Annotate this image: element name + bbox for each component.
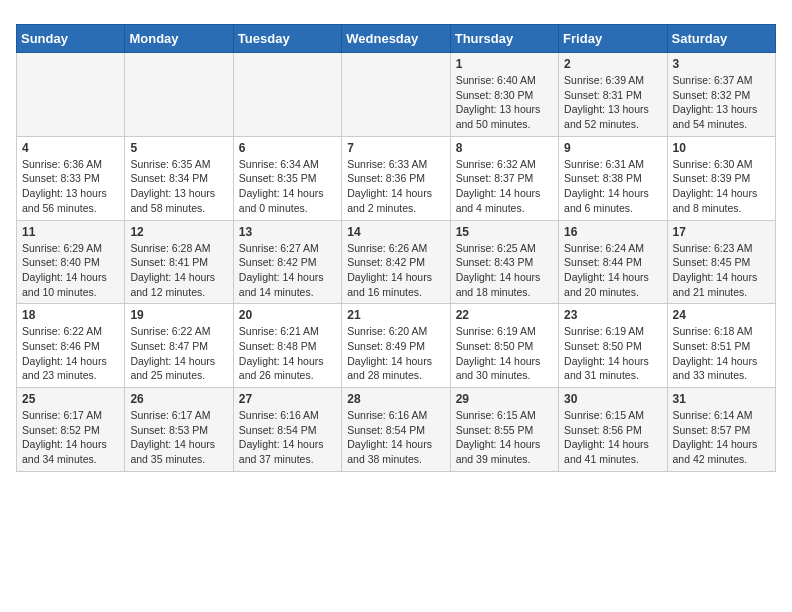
day-number: 13 (239, 225, 336, 239)
calendar-cell (233, 53, 341, 137)
day-number: 24 (673, 308, 770, 322)
header-thursday: Thursday (450, 25, 558, 53)
day-number: 21 (347, 308, 444, 322)
day-number: 16 (564, 225, 661, 239)
day-number: 8 (456, 141, 553, 155)
day-number: 26 (130, 392, 227, 406)
day-number: 12 (130, 225, 227, 239)
calendar-cell: 23Sunrise: 6:19 AM Sunset: 8:50 PM Dayli… (559, 304, 667, 388)
day-number: 14 (347, 225, 444, 239)
header-tuesday: Tuesday (233, 25, 341, 53)
calendar-cell: 21Sunrise: 6:20 AM Sunset: 8:49 PM Dayli… (342, 304, 450, 388)
calendar-cell: 14Sunrise: 6:26 AM Sunset: 8:42 PM Dayli… (342, 220, 450, 304)
day-info: Sunrise: 6:21 AM Sunset: 8:48 PM Dayligh… (239, 324, 336, 383)
calendar-week-3: 11Sunrise: 6:29 AM Sunset: 8:40 PM Dayli… (17, 220, 776, 304)
day-info: Sunrise: 6:30 AM Sunset: 8:39 PM Dayligh… (673, 157, 770, 216)
day-number: 11 (22, 225, 119, 239)
calendar-cell: 5Sunrise: 6:35 AM Sunset: 8:34 PM Daylig… (125, 136, 233, 220)
day-info: Sunrise: 6:23 AM Sunset: 8:45 PM Dayligh… (673, 241, 770, 300)
day-number: 17 (673, 225, 770, 239)
calendar-cell: 29Sunrise: 6:15 AM Sunset: 8:55 PM Dayli… (450, 388, 558, 472)
day-info: Sunrise: 6:32 AM Sunset: 8:37 PM Dayligh… (456, 157, 553, 216)
day-number: 29 (456, 392, 553, 406)
calendar-cell (17, 53, 125, 137)
calendar-header-row: SundayMondayTuesdayWednesdayThursdayFrid… (17, 25, 776, 53)
day-info: Sunrise: 6:25 AM Sunset: 8:43 PM Dayligh… (456, 241, 553, 300)
day-info: Sunrise: 6:18 AM Sunset: 8:51 PM Dayligh… (673, 324, 770, 383)
header-wednesday: Wednesday (342, 25, 450, 53)
calendar-cell: 18Sunrise: 6:22 AM Sunset: 8:46 PM Dayli… (17, 304, 125, 388)
calendar-cell: 31Sunrise: 6:14 AM Sunset: 8:57 PM Dayli… (667, 388, 775, 472)
header-saturday: Saturday (667, 25, 775, 53)
day-info: Sunrise: 6:37 AM Sunset: 8:32 PM Dayligh… (673, 73, 770, 132)
calendar-cell: 30Sunrise: 6:15 AM Sunset: 8:56 PM Dayli… (559, 388, 667, 472)
calendar-cell: 28Sunrise: 6:16 AM Sunset: 8:54 PM Dayli… (342, 388, 450, 472)
calendar-cell: 1Sunrise: 6:40 AM Sunset: 8:30 PM Daylig… (450, 53, 558, 137)
day-number: 9 (564, 141, 661, 155)
day-number: 23 (564, 308, 661, 322)
calendar-cell (342, 53, 450, 137)
day-info: Sunrise: 6:17 AM Sunset: 8:53 PM Dayligh… (130, 408, 227, 467)
day-info: Sunrise: 6:33 AM Sunset: 8:36 PM Dayligh… (347, 157, 444, 216)
day-info: Sunrise: 6:22 AM Sunset: 8:47 PM Dayligh… (130, 324, 227, 383)
day-info: Sunrise: 6:24 AM Sunset: 8:44 PM Dayligh… (564, 241, 661, 300)
calendar-cell: 12Sunrise: 6:28 AM Sunset: 8:41 PM Dayli… (125, 220, 233, 304)
day-number: 28 (347, 392, 444, 406)
header-friday: Friday (559, 25, 667, 53)
day-info: Sunrise: 6:16 AM Sunset: 8:54 PM Dayligh… (347, 408, 444, 467)
calendar-cell: 4Sunrise: 6:36 AM Sunset: 8:33 PM Daylig… (17, 136, 125, 220)
day-number: 31 (673, 392, 770, 406)
calendar-cell: 6Sunrise: 6:34 AM Sunset: 8:35 PM Daylig… (233, 136, 341, 220)
calendar-cell: 13Sunrise: 6:27 AM Sunset: 8:42 PM Dayli… (233, 220, 341, 304)
day-info: Sunrise: 6:35 AM Sunset: 8:34 PM Dayligh… (130, 157, 227, 216)
calendar-week-2: 4Sunrise: 6:36 AM Sunset: 8:33 PM Daylig… (17, 136, 776, 220)
calendar-cell: 15Sunrise: 6:25 AM Sunset: 8:43 PM Dayli… (450, 220, 558, 304)
day-info: Sunrise: 6:34 AM Sunset: 8:35 PM Dayligh… (239, 157, 336, 216)
day-info: Sunrise: 6:19 AM Sunset: 8:50 PM Dayligh… (564, 324, 661, 383)
calendar-cell: 27Sunrise: 6:16 AM Sunset: 8:54 PM Dayli… (233, 388, 341, 472)
day-info: Sunrise: 6:26 AM Sunset: 8:42 PM Dayligh… (347, 241, 444, 300)
calendar-week-5: 25Sunrise: 6:17 AM Sunset: 8:52 PM Dayli… (17, 388, 776, 472)
day-info: Sunrise: 6:39 AM Sunset: 8:31 PM Dayligh… (564, 73, 661, 132)
calendar-cell: 19Sunrise: 6:22 AM Sunset: 8:47 PM Dayli… (125, 304, 233, 388)
calendar-cell: 7Sunrise: 6:33 AM Sunset: 8:36 PM Daylig… (342, 136, 450, 220)
calendar-cell: 3Sunrise: 6:37 AM Sunset: 8:32 PM Daylig… (667, 53, 775, 137)
day-number: 2 (564, 57, 661, 71)
calendar-cell: 9Sunrise: 6:31 AM Sunset: 8:38 PM Daylig… (559, 136, 667, 220)
calendar-cell: 25Sunrise: 6:17 AM Sunset: 8:52 PM Dayli… (17, 388, 125, 472)
day-info: Sunrise: 6:27 AM Sunset: 8:42 PM Dayligh… (239, 241, 336, 300)
day-info: Sunrise: 6:17 AM Sunset: 8:52 PM Dayligh… (22, 408, 119, 467)
day-info: Sunrise: 6:20 AM Sunset: 8:49 PM Dayligh… (347, 324, 444, 383)
calendar-cell (125, 53, 233, 137)
calendar-cell: 17Sunrise: 6:23 AM Sunset: 8:45 PM Dayli… (667, 220, 775, 304)
day-info: Sunrise: 6:16 AM Sunset: 8:54 PM Dayligh… (239, 408, 336, 467)
calendar-cell: 20Sunrise: 6:21 AM Sunset: 8:48 PM Dayli… (233, 304, 341, 388)
day-info: Sunrise: 6:40 AM Sunset: 8:30 PM Dayligh… (456, 73, 553, 132)
calendar-cell: 16Sunrise: 6:24 AM Sunset: 8:44 PM Dayli… (559, 220, 667, 304)
day-info: Sunrise: 6:31 AM Sunset: 8:38 PM Dayligh… (564, 157, 661, 216)
day-number: 1 (456, 57, 553, 71)
day-number: 15 (456, 225, 553, 239)
day-number: 18 (22, 308, 119, 322)
day-number: 3 (673, 57, 770, 71)
day-number: 4 (22, 141, 119, 155)
day-number: 19 (130, 308, 227, 322)
day-number: 6 (239, 141, 336, 155)
day-info: Sunrise: 6:29 AM Sunset: 8:40 PM Dayligh… (22, 241, 119, 300)
day-info: Sunrise: 6:15 AM Sunset: 8:56 PM Dayligh… (564, 408, 661, 467)
day-info: Sunrise: 6:36 AM Sunset: 8:33 PM Dayligh… (22, 157, 119, 216)
day-number: 20 (239, 308, 336, 322)
day-number: 7 (347, 141, 444, 155)
day-info: Sunrise: 6:28 AM Sunset: 8:41 PM Dayligh… (130, 241, 227, 300)
day-number: 10 (673, 141, 770, 155)
day-number: 30 (564, 392, 661, 406)
day-number: 22 (456, 308, 553, 322)
day-info: Sunrise: 6:14 AM Sunset: 8:57 PM Dayligh… (673, 408, 770, 467)
day-number: 27 (239, 392, 336, 406)
day-info: Sunrise: 6:22 AM Sunset: 8:46 PM Dayligh… (22, 324, 119, 383)
calendar-cell: 2Sunrise: 6:39 AM Sunset: 8:31 PM Daylig… (559, 53, 667, 137)
calendar-cell: 10Sunrise: 6:30 AM Sunset: 8:39 PM Dayli… (667, 136, 775, 220)
day-number: 5 (130, 141, 227, 155)
calendar-week-4: 18Sunrise: 6:22 AM Sunset: 8:46 PM Dayli… (17, 304, 776, 388)
calendar-cell: 24Sunrise: 6:18 AM Sunset: 8:51 PM Dayli… (667, 304, 775, 388)
